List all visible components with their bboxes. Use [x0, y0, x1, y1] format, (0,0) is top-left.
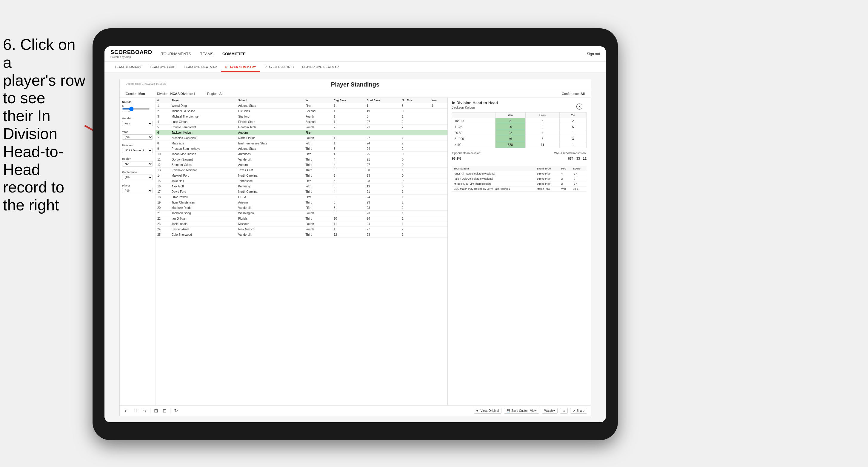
table-row[interactable]: 24 Bastien Amat New Mexico Fourth 1 27 2 [156, 227, 447, 232]
save-icon: 💾 [506, 409, 510, 412]
table-row[interactable]: 10 Jacob Mac Diesen Arkansas Fifth 4 25 … [156, 152, 447, 157]
panel-title: Player Standings [126, 81, 585, 88]
filter-division: Division: NCAA Division I [157, 92, 195, 95]
table-row[interactable]: 2 Michael La Sasso Ole Miss Second 1 19 … [156, 108, 447, 114]
nav-right: Sign out [587, 52, 600, 56]
table-row[interactable]: 7 Nicholas Gabrelcik North Florida Fourt… [156, 135, 447, 141]
table-row[interactable]: 21 Taehoon Song Washington Fourth 6 23 1 [156, 211, 447, 216]
filter-conference: Conference: All [562, 92, 585, 95]
h2h-col-label [452, 113, 495, 118]
save-custom-button[interactable]: 💾 Save Custom View [504, 408, 539, 413]
toolbar-right: 👁 View: Original 💾 Save Custom View Watc… [474, 408, 587, 413]
table-row[interactable]: 22 Ian Gilligan Florida Third 10 24 1 [156, 216, 447, 221]
sign-out-link[interactable]: Sign out [587, 52, 600, 56]
undo-button[interactable]: ↩ [123, 407, 129, 414]
main-content: Update time: 27/03/2024 16:56:26 Player … [104, 73, 606, 422]
no-rds-slider[interactable]: 0 — 20 [122, 108, 153, 113]
paste-button[interactable]: ⊡ [161, 407, 168, 414]
close-button[interactable]: ✕ [577, 103, 582, 110]
table-row[interactable]: 16 Alex Goff Kentucky Fifth 8 19 0 [156, 184, 447, 189]
table-row[interactable]: 4 Luke Claton Florida State Second 1 27 … [156, 119, 447, 125]
tab-team-h2h-heatmap[interactable]: TEAM H2H HEATMAP [180, 63, 221, 72]
share-button[interactable]: ↗ Share [570, 408, 587, 413]
col-player: Player [170, 98, 237, 103]
tab-player-h2h-heatmap[interactable]: PLAYER H2H HEATMAP [298, 63, 343, 72]
dashboard-panel: Update time: 27/03/2024 16:56:26 Player … [119, 79, 591, 416]
share-icon: ↗ [573, 409, 575, 412]
panel-header: Update time: 27/03/2024 16:56:26 Player … [120, 80, 591, 90]
table-row[interactable]: 3 Michael Thorbjornsen Stanford Fourth 1… [156, 114, 447, 119]
h2h-opp-row: Opponents in division: W-L-T record in-d… [452, 152, 587, 155]
tournament-header: Tournament Event Type Pos Score [452, 166, 587, 171]
table-header-row: # Player School Yr Reg Rank Conf Rank No… [156, 98, 447, 103]
tab-team-summary[interactable]: TEAM SUMMARY [111, 63, 146, 72]
table-row[interactable]: 20 Matthew Riedel Vanderbilt Fifth 8 23 … [156, 205, 447, 211]
table-row[interactable]: 9 Preston Summerhays Arizona State Third… [156, 146, 447, 152]
tab-team-h2h-grid[interactable]: TEAM H2H GRID [146, 63, 180, 72]
t-col-type: Event Type [535, 166, 559, 171]
nav-teams[interactable]: TEAMS [200, 51, 213, 57]
tab-player-summary[interactable]: PLAYER SUMMARY [221, 63, 260, 72]
h2h-title: In Division Head-to-Head [452, 100, 587, 105]
watch-button[interactable]: Watch ▾ [542, 408, 558, 413]
t-col-pos: Pos [559, 166, 571, 171]
filter-region: Region: All [207, 92, 223, 95]
table-area: # Player School Yr Reg Rank Conf Rank No… [156, 98, 447, 405]
h2h-table-row: 11-25 20 9 5 [452, 124, 587, 130]
logo-area: SCOREBOARD Powered by clippi [111, 49, 152, 59]
instruction-text: 6. Click on a player's row to see their … [0, 36, 87, 214]
nav-tournaments[interactable]: TOURNAMENTS [161, 51, 191, 57]
table-row[interactable]: 15 Jake Hall Tennessee Fifth 3 28 0 [156, 179, 447, 184]
wlt-value: 674 - 33 - 12 [568, 157, 587, 160]
refresh-button[interactable]: ↻ [173, 407, 179, 414]
view-original-button[interactable]: 👁 View: Original [474, 408, 502, 413]
gender-select[interactable]: Men [122, 121, 153, 126]
tab-player-h2h-grid[interactable]: PLAYER H2H GRID [260, 63, 298, 72]
year-select[interactable]: (All) [122, 134, 153, 139]
table-row[interactable]: 12 Brendan Valles Auburn Third 4 27 0 [156, 162, 447, 168]
nav-items: TOURNAMENTS TEAMS COMMITTEE [161, 51, 587, 57]
h2h-player-name: Jackson Koivun [452, 106, 587, 109]
t-col-score: Score [571, 166, 587, 171]
no-rds-section: No Rds. 6 0 — 20 [122, 100, 153, 113]
gender-filter: Gender Men [122, 117, 153, 126]
player-select[interactable]: (All) [122, 188, 153, 193]
conference-select[interactable]: (All) [122, 175, 153, 180]
h2h-table-header: Win Loss Tie [452, 113, 587, 118]
table-row[interactable]: 23 Jack Lundin Missouri Fourth 11 24 1 [156, 221, 447, 227]
sub-nav: TEAM SUMMARY TEAM H2H GRID TEAM H2H HEAT… [104, 62, 606, 73]
filter-gender: Gender: Men [126, 92, 145, 95]
table-row[interactable]: 5 Christo Lamprecht Georgia Tech Fourth … [156, 125, 447, 130]
table-row[interactable]: 11 Gordon Sargent Vanderbilt Third 4 21 … [156, 157, 447, 162]
table-row[interactable]: 13 Phichaksn Maichon Texas A&M Third 6 3… [156, 168, 447, 173]
table-row[interactable]: 8 Mats Ege East Tennessee State Fifth 1 … [156, 141, 447, 146]
logo-powered: Powered by clippi [111, 56, 152, 59]
toolbar: ↩ ⏸ ↪ ⊞ ⊡ ↻ 👁 View: Original 💾 [120, 405, 591, 416]
table-row[interactable]: 19 Tiger Christensen Arizona Third 8 23 … [156, 200, 447, 205]
table-row[interactable]: 18 Luke Powell UCLA First 6 24 1 [156, 194, 447, 200]
h2h-col-win: Win [495, 113, 525, 118]
toolbar-divider-2 [170, 408, 170, 413]
nav-committee[interactable]: COMMITTEE [222, 51, 246, 57]
panel-filters: Gender: Men Division: NCAA Division I Re… [120, 90, 591, 98]
region-select[interactable]: N/A [122, 161, 153, 166]
col-win: Win [430, 98, 447, 103]
year-filter: Year (All) [122, 130, 153, 139]
table-row[interactable]: 6 Jackson Koivun Auburn First [156, 130, 447, 135]
icons-button[interactable]: ⊞ [560, 408, 568, 413]
tournament-row: Amer Ari Intercollegiate Invitational St… [452, 171, 587, 176]
redo-button[interactable]: ⏸ [132, 408, 139, 414]
h2h-table-row: Top 10 8 3 2 [452, 118, 587, 124]
forward-button[interactable]: ↪ [142, 407, 148, 414]
opp-label: Opponents in division: [452, 152, 481, 155]
table-row[interactable]: 14 Maxwell Ford North Carolina Third 3 2… [156, 173, 447, 179]
table-row[interactable]: 17 David Ford North Carolina Third 4 21 … [156, 189, 447, 194]
copy-button[interactable]: ⊞ [153, 407, 159, 414]
h2h-table-row: 51-100 46 6 3 [452, 136, 587, 142]
table-row[interactable]: 1 Wenyi Ding Arizona State First 1 1 8 1 [156, 103, 447, 108]
col-conf-rank: Conf Rank [365, 98, 400, 103]
division-select[interactable]: NCAA Division I [122, 148, 153, 153]
table-row[interactable]: 25 Cole Sherwood Vanderbilt Third 12 23 … [156, 232, 447, 238]
col-no-rds: No. Rds. [400, 98, 430, 103]
col-rank: # [156, 98, 170, 103]
